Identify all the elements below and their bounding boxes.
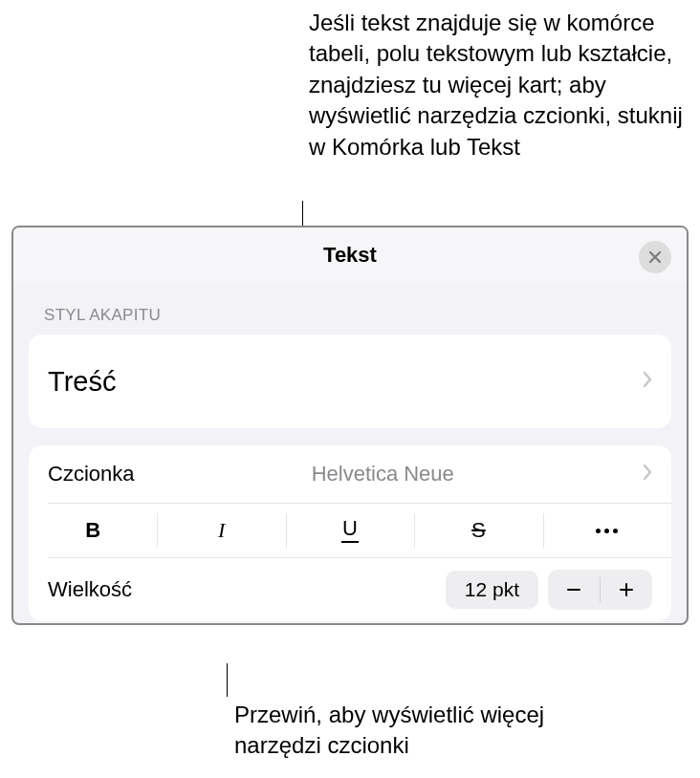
paragraph-style-value: Treść	[48, 366, 116, 398]
size-label: Wielkość	[48, 577, 132, 602]
panel-title: Tekst	[323, 243, 377, 268]
callout-top-text: Jeśli tekst znajduje się w komórce tabel…	[309, 8, 691, 162]
plus-icon	[618, 581, 635, 598]
size-value[interactable]: 12 pkt	[446, 571, 538, 609]
minus-icon	[565, 581, 582, 598]
chevron-right-icon	[643, 464, 652, 485]
font-value: Helvetica Neue	[312, 462, 454, 486]
panel-body: STYL AKAPITU Treść Czcionka Helvetica Ne…	[13, 306, 687, 623]
size-decrease-button[interactable]	[548, 570, 600, 610]
more-styles-button[interactable]	[543, 504, 671, 557]
callout-line	[227, 663, 228, 697]
text-format-panel: Tekst STYL AKAPITU Treść Czcionka Helvet…	[11, 226, 689, 625]
paragraph-style-row[interactable]: Treść	[29, 335, 671, 428]
size-stepper	[548, 570, 652, 610]
more-icon	[596, 529, 618, 533]
underline-icon: U	[341, 518, 359, 543]
close-icon	[648, 250, 662, 264]
font-row[interactable]: Czcionka Helvetica Neue	[29, 445, 671, 503]
font-card: Czcionka Helvetica Neue B I U S	[29, 445, 671, 621]
paragraph-style-section-label: STYL AKAPITU	[44, 306, 687, 325]
size-increase-button[interactable]	[601, 570, 652, 610]
strikethrough-button[interactable]: S	[414, 504, 542, 557]
callout-bottom-text: Przewiń, aby wyświetlić więcej narzędzi …	[234, 700, 598, 762]
chevron-right-icon	[643, 371, 652, 392]
italic-button[interactable]: I	[157, 504, 285, 557]
text-style-row: B I U S	[29, 504, 671, 557]
size-row: Wielkość 12 pkt	[29, 558, 671, 621]
underline-button[interactable]: U	[286, 504, 414, 557]
panel-header: Tekst	[13, 227, 687, 283]
paragraph-style-card: Treść	[29, 335, 671, 428]
bold-button[interactable]: B	[29, 504, 157, 557]
font-label: Czcionka	[48, 462, 134, 486]
close-button[interactable]	[639, 241, 671, 273]
